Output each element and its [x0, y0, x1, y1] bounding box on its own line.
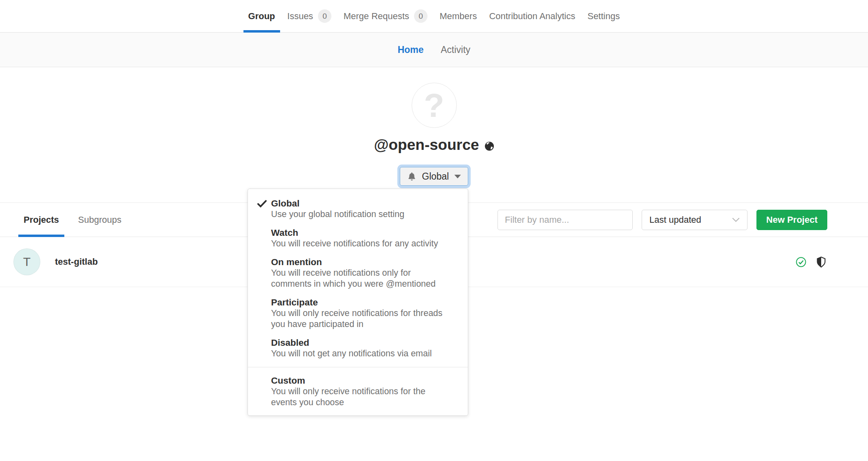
menu-item-desc: You will receive notifications for any a… [271, 238, 445, 249]
nav-tab-members-label: Members [440, 11, 477, 22]
projects-controls: Last updated New Project [498, 210, 827, 230]
menu-divider [248, 367, 468, 367]
menu-item-title: Participate [271, 297, 456, 308]
group-avatar: ? [412, 83, 457, 128]
nav-tab-issues-label: Issues [287, 11, 313, 22]
top-navbar: Group Issues 0 Merge Requests 0 Members … [0, 0, 868, 33]
nav-tab-settings[interactable]: Settings [581, 0, 626, 32]
check-icon [257, 200, 267, 209]
menu-item-title: Watch [271, 227, 456, 238]
menu-item-desc: Use your global notification setting [271, 209, 445, 220]
group-subnav: Home Activity [0, 33, 868, 67]
group-title-row: @open-source [0, 136, 868, 154]
project-avatar: T [13, 248, 40, 275]
merge-requests-count-badge: 0 [414, 9, 427, 23]
nav-tab-merge-requests-label: Merge Requests [344, 11, 409, 22]
visibility-shield-half-icon [817, 257, 826, 268]
menu-item-participate[interactable]: Participate You will only receive notifi… [248, 293, 468, 334]
menu-item-desc: You will only receive notifications for … [271, 386, 445, 408]
menu-item-title: On mention [271, 257, 456, 268]
menu-item-desc: You will only receive notifications for … [271, 308, 445, 330]
caret-down-icon [454, 175, 461, 178]
notification-setting-label: Global [422, 171, 449, 182]
menu-item-title: Global [271, 198, 456, 209]
nav-tab-settings-label: Settings [587, 11, 620, 22]
group-nav: Group Issues 0 Merge Requests 0 Members … [242, 0, 626, 32]
projects-tabs: Projects Subgroups [18, 203, 135, 237]
project-row-icons [796, 257, 826, 268]
notification-menu: Global Use your global notification sett… [248, 189, 468, 416]
menu-item-disabled[interactable]: Disabled You will not get any notificati… [248, 334, 468, 363]
bell-icon [407, 172, 416, 181]
sort-dropdown[interactable]: Last updated [642, 210, 747, 230]
project-name: test-gitlab [55, 257, 98, 267]
menu-item-title: Disabled [271, 337, 456, 348]
group-header: ? @open-source Global [0, 83, 868, 203]
notification-setting-button[interactable]: Global [400, 167, 468, 186]
menu-item-watch[interactable]: Watch You will receive notifications for… [248, 224, 468, 253]
nav-tab-group-label: Group [248, 11, 275, 22]
menu-item-on-mention[interactable]: On mention You will receive notification… [248, 253, 468, 293]
subnav-link-activity[interactable]: Activity [441, 44, 471, 55]
nav-tab-group[interactable]: Group [242, 0, 281, 32]
pipeline-status-check-circle-icon[interactable] [796, 257, 806, 267]
menu-item-desc: You will receive notifications only for … [271, 268, 445, 290]
earth-icon [484, 141, 494, 151]
menu-item-title: Custom [271, 375, 456, 386]
menu-item-custom[interactable]: Custom You will only receive notificatio… [248, 371, 468, 412]
nav-tab-issues[interactable]: Issues 0 [281, 0, 338, 32]
sort-dropdown-label: Last updated [649, 215, 701, 225]
menu-item-desc: You will not get any notifications via e… [271, 348, 445, 359]
notification-dropdown-wrap: Global Global Use your global notificati… [400, 167, 468, 186]
nav-tab-members[interactable]: Members [434, 0, 483, 32]
subnav-link-home[interactable]: Home [398, 44, 424, 55]
new-project-button[interactable]: New Project [756, 210, 827, 230]
menu-item-global[interactable]: Global Use your global notification sett… [248, 194, 468, 224]
filter-by-name-input[interactable] [498, 210, 633, 230]
tab-subgroups[interactable]: Subgroups [73, 203, 127, 237]
group-name: @open-source [374, 136, 479, 154]
tab-projects[interactable]: Projects [18, 203, 64, 237]
chevron-down-icon [732, 217, 740, 222]
nav-tab-merge-requests[interactable]: Merge Requests 0 [338, 0, 434, 32]
issues-count-badge: 0 [318, 9, 331, 23]
nav-tab-contribution-analytics-label: Contribution Analytics [489, 11, 575, 22]
nav-tab-contribution-analytics[interactable]: Contribution Analytics [483, 0, 581, 32]
